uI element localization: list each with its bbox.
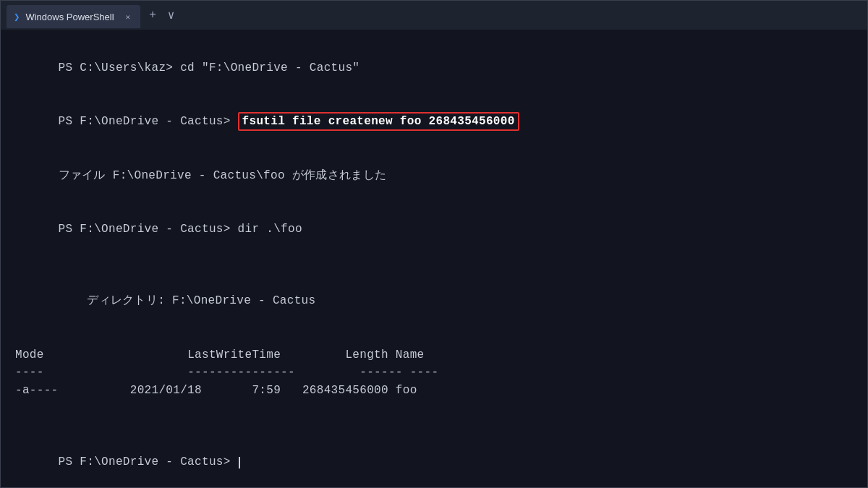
spacer-3 — [15, 400, 853, 418]
col-space3 — [388, 348, 396, 361]
spacer-2 — [15, 328, 853, 346]
row-name: foo — [396, 384, 417, 397]
fsutil-cmd-text: fsutil file createnew foo 268435456000 — [242, 115, 515, 128]
line1-cmd: cd "F:\OneDrive - Cactus" — [180, 61, 359, 74]
sep-space3 — [403, 366, 410, 379]
dir-label-text: ディレクトリ: F:\OneDrive - Cactus — [59, 294, 316, 307]
line4-prompt: PS F:\OneDrive - Cactus> — [59, 223, 238, 236]
row-date: 2021/01/18 — [130, 384, 202, 397]
col-lastwrite: LastWriteTime — [187, 348, 281, 361]
row-space3 — [281, 384, 302, 397]
final-prompt-text: PS F:\OneDrive - Cactus> — [59, 455, 238, 468]
line-final-prompt: PS F:\OneDrive - Cactus> — [15, 436, 853, 487]
col-mode: Mode — [15, 348, 44, 361]
sep-length: ------ — [359, 366, 403, 379]
dropdown-button[interactable]: ∨ — [168, 8, 175, 22]
spacer-1 — [15, 257, 853, 275]
file-created-text: ファイル F:\OneDrive - Cactus\foo が作成されました — [59, 169, 387, 182]
sep-lastwrite: --------------- — [187, 366, 295, 379]
col-space2 — [281, 348, 345, 361]
line-fsutil-command: PS F:\OneDrive - Cactus> fsutil file cre… — [15, 95, 853, 148]
powershell-icon: ❯ — [14, 11, 20, 23]
cursor — [239, 457, 240, 468]
row-time: 7:59 — [252, 384, 281, 397]
line-cd-command: PS C:\Users\kaz> cd "F:\OneDrive - Cactu… — [15, 41, 853, 95]
active-tab[interactable]: ❯ Windows PowerShell ✕ — [7, 5, 140, 28]
table-separator-line: ---- --------------- ------ ---- — [15, 364, 853, 382]
table-data-row: -a---- 2021/01/18 7:59 268435456000 foo — [15, 382, 853, 400]
tab-title: Windows PowerShell — [25, 12, 114, 22]
row-size: 268435456000 — [302, 384, 388, 397]
col-space1 — [44, 348, 187, 361]
col-length: Length — [345, 348, 388, 361]
line2-prompt: PS F:\OneDrive - Cactus> — [59, 115, 238, 128]
titlebar: ❯ Windows PowerShell ✕ + ∨ — [1, 1, 867, 30]
spacer-4 — [15, 418, 853, 436]
row-mode: -a---- — [15, 384, 59, 397]
row-space4 — [388, 384, 396, 397]
sep-space2 — [295, 366, 359, 379]
col-name: Name — [396, 348, 425, 361]
terminal-body[interactable]: PS C:\Users\kaz> cd "F:\OneDrive - Cactu… — [1, 30, 867, 487]
table-header-line: Mode LastWriteTime Length Name — [15, 346, 853, 364]
dir-label-line: ディレクトリ: F:\OneDrive - Cactus — [15, 274, 853, 328]
line4-cmd: dir .\foo — [238, 223, 302, 236]
line1-prompt: PS C:\Users\kaz> — [59, 61, 181, 74]
titlebar-actions: + ∨ — [149, 8, 174, 22]
line-file-created: ファイル F:\OneDrive - Cactus\foo が作成されました — [15, 149, 853, 202]
sep-mode: ---- — [15, 366, 44, 379]
tab-close-button[interactable]: ✕ — [126, 12, 131, 22]
powershell-window: ❯ Windows PowerShell ✕ + ∨ PS C:\Users\k… — [0, 0, 868, 488]
row-space2 — [202, 384, 252, 397]
sep-name: ---- — [410, 366, 439, 379]
new-tab-button[interactable]: + — [149, 9, 156, 22]
row-space1 — [59, 384, 130, 397]
line-dir-command: PS F:\OneDrive - Cactus> dir .\foo — [15, 202, 853, 256]
highlighted-fsutil-command: fsutil file createnew foo 268435456000 — [238, 112, 519, 131]
sep-space1 — [44, 366, 187, 379]
